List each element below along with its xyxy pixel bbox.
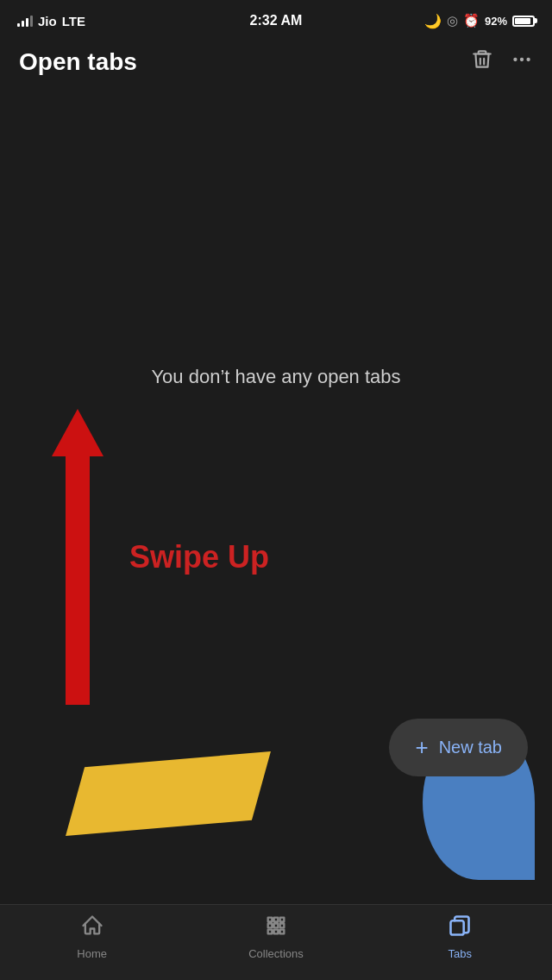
nav-tabs-label: Tabs (448, 947, 472, 960)
empty-state-message: You don’t have any open tabs (116, 366, 435, 388)
new-tab-plus-icon: + (415, 734, 428, 761)
home-icon (80, 914, 104, 944)
location-icon: ◎ (447, 13, 458, 28)
nav-home-label: Home (77, 947, 107, 960)
status-left: Jio LTE (17, 14, 85, 28)
swipe-up-indicator: Swipe Up (52, 409, 269, 705)
nav-item-collections[interactable]: Collections (184, 914, 367, 960)
alarm-icon: ⏰ (463, 13, 480, 28)
svg-point-3 (520, 58, 524, 61)
tabs-icon (448, 914, 472, 944)
do-not-disturb-icon: 🌙 (424, 13, 442, 29)
new-tab-button[interactable]: + New tab (389, 719, 528, 776)
nav-item-home[interactable]: Home (0, 914, 184, 960)
header-actions (471, 48, 533, 76)
svg-rect-5 (451, 920, 464, 934)
bottom-navigation: Home Collections Tabs (0, 904, 552, 980)
page-title: Open tabs (19, 48, 137, 76)
battery-icon (512, 16, 535, 27)
network-type: LTE (62, 14, 85, 28)
carrier-name: Jio (38, 14, 57, 28)
svg-rect-0 (479, 51, 486, 53)
nav-item-tabs[interactable]: Tabs (368, 914, 552, 960)
status-bar: Jio LTE 2:32 AM 🌙 ◎ ⏰ 92% (0, 0, 552, 38)
svg-point-4 (526, 58, 530, 61)
signal-icon (17, 15, 33, 27)
trash-icon[interactable] (471, 48, 493, 76)
page-header: Open tabs (0, 38, 552, 90)
battery-percent: 92% (485, 15, 507, 28)
nav-collections-label: Collections (248, 947, 304, 960)
upward-arrow-icon (52, 409, 104, 705)
swipe-up-label: Swipe Up (129, 539, 269, 575)
svg-point-2 (513, 58, 517, 61)
status-time: 2:32 AM (250, 13, 303, 28)
more-options-icon[interactable] (511, 48, 533, 76)
new-tab-label: New tab (439, 738, 502, 757)
main-content: You don’t have any open tabs Swipe Up + … (0, 90, 552, 897)
collections-icon (264, 914, 288, 944)
status-right: 🌙 ◎ ⏰ 92% (424, 13, 535, 29)
decorative-yellow-shape (66, 751, 271, 836)
